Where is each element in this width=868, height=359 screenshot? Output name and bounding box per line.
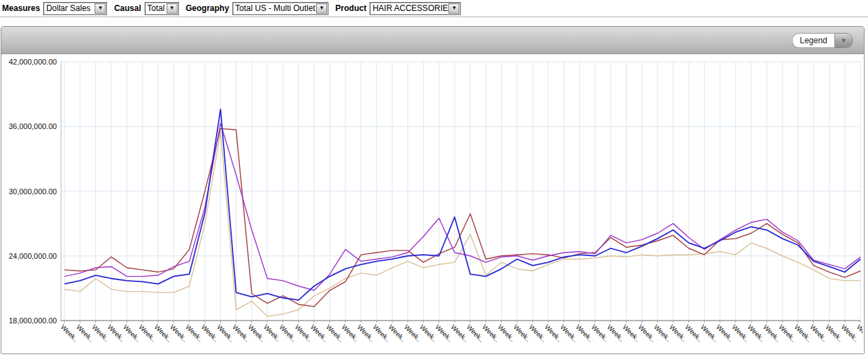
measures-dropdown[interactable]: Dollar Sales ▼ (43, 2, 107, 15)
causal-field: Causal Total ▼ (114, 2, 178, 15)
measures-value: Dollar Sales (44, 3, 95, 13)
product-field: Product HAIR ACCESSORIES ▼ (335, 2, 461, 15)
chart-panel-header: Legend ▼ (1, 27, 864, 54)
measures-field: Measures Dollar Sales ▼ (2, 2, 107, 15)
y-axis-tick-label: 24,000,000.00 (9, 252, 57, 260)
y-axis-tick-label: 30,000,000.00 (9, 187, 57, 196)
series-blue-line (64, 109, 860, 300)
y-axis-tick-label: 18,000,000.00 (9, 316, 57, 325)
chart-area: 42,000,000.0036,000,000.0030,000,000.002… (1, 54, 864, 354)
geography-field: Geography Total US - Multi Outlet ▼ (186, 2, 328, 15)
y-axis-tick-label: 42,000,000.00 (9, 58, 57, 66)
measures-label: Measures (2, 3, 40, 13)
causal-value: Total (145, 3, 167, 13)
chart-panel: Legend ▼ 42,000,000.0036,000,000.0030,00… (1, 26, 865, 354)
legend-button[interactable]: Legend ▼ (792, 33, 853, 48)
sales-line-chart: 42,000,000.0036,000,000.0030,000,000.002… (1, 54, 863, 354)
chevron-down-icon[interactable]: ▼ (95, 3, 106, 14)
product-dropdown[interactable]: HAIR ACCESSORIES ▼ (370, 2, 461, 15)
y-axis-tick-label: 36,000,000.00 (9, 122, 57, 130)
series-dark-red-line (64, 128, 860, 306)
causal-label: Causal (114, 3, 141, 13)
chevron-down-icon[interactable]: ▼ (834, 33, 853, 48)
chevron-down-icon[interactable]: ▼ (448, 3, 459, 14)
legend-button-label[interactable]: Legend (792, 33, 834, 48)
chevron-down-icon[interactable]: ▼ (316, 3, 327, 14)
series-purple-line (64, 124, 860, 290)
geography-dropdown[interactable]: Total US - Multi Outlet ▼ (232, 2, 328, 15)
series-tan-line (64, 132, 860, 316)
causal-dropdown[interactable]: Total ▼ (145, 2, 179, 15)
filters-toolbar: Measures Dollar Sales ▼ Causal Total ▼ G… (0, 0, 868, 17)
chevron-down-icon[interactable]: ▼ (167, 3, 178, 14)
product-label: Product (335, 3, 366, 13)
product-value: HAIR ACCESSORIES (370, 3, 448, 13)
geography-value: Total US - Multi Outlet (233, 3, 316, 13)
geography-label: Geography (186, 3, 229, 13)
